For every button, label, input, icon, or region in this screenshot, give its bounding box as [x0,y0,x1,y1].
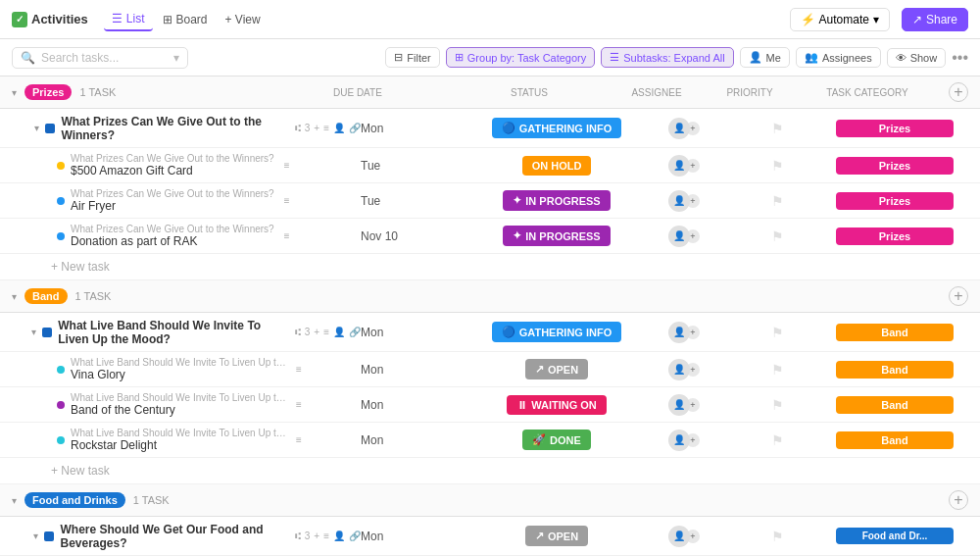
add-subtask-icon[interactable]: + [314,531,319,541]
group-prizes-add[interactable]: + [949,82,968,102]
actions-icon[interactable]: ≡ [323,531,329,541]
nav-tabs: ☰ List ⊞ Board + View [104,8,269,31]
assignee-avatar[interactable]: 👤 [668,155,690,177]
add-subtask-icon[interactable]: + [314,327,319,337]
group-band-add[interactable]: + [949,286,968,306]
col-assignee: ASSIGNEE [608,87,706,98]
actions-icon[interactable]: ≡ [323,327,329,337]
task-name[interactable]: $500 Amazon Gift Card [71,164,274,177]
priority-cell[interactable]: ⚑ [733,193,821,209]
assignee-avatar[interactable]: 👤 [668,118,690,139]
assignee-avatar[interactable]: 👤 [668,226,690,247]
status-cell[interactable]: ↗ OPEN [478,526,635,546]
status-cell[interactable]: 🔵 GATHERING INFO [478,322,635,342]
parent-ref: What Live Band Should We Invite To Liven… [71,428,286,438]
tab-add-view[interactable]: + View [218,9,269,30]
assignees-button[interactable]: 👥 Assignees [796,47,881,68]
group-food-count: 1 TASK [133,494,170,506]
assignee-avatar[interactable]: 👤 [668,190,690,212]
me-icon: 👤 [749,51,762,64]
priority-cell[interactable]: ⚑ [733,362,821,378]
group-band-toggle[interactable]: ▾ [12,291,17,302]
task-name-inner: What Live Band Should We Invite To Liven… [58,319,285,346]
task-name[interactable]: Vina Glory [71,368,286,381]
task-icons: ⑆ 3 + ≡ 👤 🔗 [295,123,361,133]
assignee-avatar[interactable]: 👤 [668,322,690,343]
search-box[interactable]: 🔍 Search tasks... ▾ [12,47,188,69]
assignee-cell: 👤 + [635,155,733,177]
status-cell[interactable]: 🔵 GATHERING INFO [478,118,635,138]
subtask-count: 3 [305,327,311,337]
task-name[interactable]: What Live Band Should We Invite To Liven… [58,319,285,346]
main-content: ▾ Prizes 1 TASK DUE DATE STATUS ASSIGNEE… [0,76,980,556]
share-button[interactable]: ↗ Share [902,8,968,31]
priority-cell[interactable]: ⚑ [733,432,821,448]
task-name[interactable]: What Prizes Can We Give Out to the Winne… [61,115,284,142]
task-name[interactable]: Band of the Century [71,403,286,417]
tab-list[interactable]: ☰ List [104,8,153,31]
filter-button[interactable]: ⊟ Filter [385,47,439,68]
task-name[interactable]: Air Fryer [71,199,274,213]
group-band-header: ▾ Band 1 TASK + [0,280,980,313]
status-text: GATHERING INFO [519,327,612,338]
more-options-button[interactable]: ••• [952,49,968,67]
priority-cell[interactable]: ⚑ [733,158,821,174]
task-category-cell: Prizes [821,120,968,137]
me-button[interactable]: 👤 Me [740,47,790,68]
status-text: OPEN [548,364,578,376]
task-category-cell: Prizes [821,227,968,245]
automate-button[interactable]: ⚡ Automate ▾ [790,8,890,31]
assignee-avatar[interactable]: 👤 [668,526,690,547]
task-color-indicator [57,366,65,374]
task-name[interactable]: Donation as part of RAK [71,234,274,248]
task-name[interactable]: Where Should We Get Our Food and Beverag… [60,523,284,550]
group-food-badge: Food and Drinks [24,492,125,508]
comment-icon: ≡ [296,434,302,445]
comment-icon: ≡ [284,160,290,171]
task-color-indicator [45,124,55,133]
col-priority: PRIORITY [706,87,794,98]
priority-flag: ⚑ [771,432,784,448]
group-prizes-toggle[interactable]: ▾ [12,87,17,98]
assignee-avatar[interactable]: 👤 [668,394,690,416]
group-by-button[interactable]: ⊞ Group by: Task Category [446,47,595,68]
group-food-add[interactable]: + [949,490,968,510]
status-cell[interactable]: ✦ IN PROGRESS [478,190,635,211]
status-cell[interactable]: ✦ IN PROGRESS [478,226,635,246]
status-cell[interactable]: ON HOLD [478,156,635,176]
logo-check: ✓ [12,12,27,27]
expand-chevron[interactable]: ▾ [31,327,36,337]
subtasks-button[interactable]: ☰ Subtasks: Expand All [601,47,733,68]
tab-board[interactable]: ⊞ Board [155,9,216,30]
group-food-toggle[interactable]: ▾ [12,495,17,506]
assignee-avatar[interactable]: 👤 [668,430,690,451]
priority-cell[interactable]: ⚑ [733,325,821,340]
app-logo: ✓ Activities [12,12,88,27]
group-by-label: Group by: Task Category [467,52,586,64]
priority-cell[interactable]: ⚑ [733,397,821,413]
status-cell[interactable]: 🚀 DONE [478,430,635,450]
new-task-button-band[interactable]: + New task [0,458,980,484]
priority-cell[interactable]: ⚑ [733,529,821,544]
task-icons: ⑆ 3 + ≡ 👤 🔗 [295,327,361,337]
expand-chevron[interactable]: ▾ [33,531,38,541]
task-name-cell: ▾ Where Should We Get Our Food and Bever… [12,519,361,554]
add-subtask-icon[interactable]: + [314,123,319,133]
col-task-category: TASK CATEGORY [794,87,941,98]
assignee-cell: 👤 + [635,190,733,212]
actions-icon[interactable]: ≡ [323,123,329,133]
status-badge: ↗ OPEN [525,359,588,379]
priority-cell[interactable]: ⚑ [733,228,821,244]
show-button[interactable]: 👁 Show [887,48,947,68]
status-cell[interactable]: ↗ OPEN [478,359,635,379]
link-icon: 🔗 [349,327,361,337]
expand-chevron[interactable]: ▾ [34,123,39,133]
task-name[interactable]: Rockstar Delight [71,438,286,452]
assignee-avatar[interactable]: 👤 [668,359,690,380]
status-icon: ↗ [535,530,544,542]
task-color-indicator [57,401,65,409]
status-cell[interactable]: ⏸ WAITING ON [478,395,635,415]
new-task-button-prizes[interactable]: + New task [0,254,980,280]
priority-cell[interactable]: ⚑ [733,121,821,136]
col-due-date: DUE DATE [333,87,451,98]
